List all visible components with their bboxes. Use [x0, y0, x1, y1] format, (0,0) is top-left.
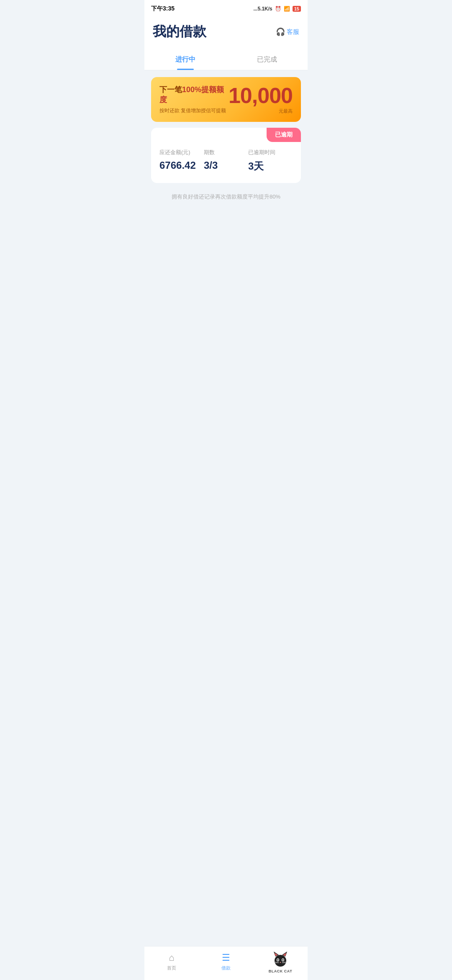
loan-card-header: 已逾期: [151, 128, 301, 142]
loan-overdue-value: 3天: [248, 160, 293, 173]
loan-period-item: 期数 3/3: [204, 149, 248, 173]
tab-ongoing[interactable]: 进行中: [144, 49, 226, 70]
service-label: 客服: [287, 28, 299, 36]
loan-card[interactable]: 已逾期 应还金额(元) 6766.42 期数 3/3 已逾期时间 3天: [151, 128, 301, 183]
main-content: 下一笔100%提额额度 按时还款 复借增加授信可提额 10,000 元最高 已逾…: [144, 70, 308, 216]
loan-amount-label: 应还金额(元): [159, 149, 204, 156]
promo-amount-value: 10,000: [229, 85, 293, 106]
signal-icon: 📶: [284, 6, 290, 12]
footer-tip: 拥有良好借还记录再次借款额度平均提升80%: [151, 189, 301, 209]
headset-icon: 🎧: [276, 27, 285, 36]
network-speed: ...5.1K/s: [253, 6, 272, 12]
loan-amount-value: 6766.42: [159, 160, 204, 171]
status-right: ...5.1K/s ⏰ 📶 15: [253, 6, 301, 12]
promo-subtitle: 按时还款 复借增加授信可提额: [159, 107, 229, 114]
promo-amount-block: 10,000 元最高: [229, 85, 293, 114]
promo-left: 下一笔100%提额额度 按时还款 复借增加授信可提额: [159, 85, 229, 114]
loan-period-label: 期数: [204, 149, 248, 156]
loan-amount-item: 应还金额(元) 6766.42: [159, 149, 204, 173]
overdue-badge: 已逾期: [267, 128, 301, 142]
battery-indicator: 15: [293, 6, 301, 12]
loan-overdue-item: 已逾期时间 3天: [248, 149, 293, 173]
status-time: 下午3:35: [151, 5, 175, 13]
promo-banner[interactable]: 下一笔100%提额额度 按时还款 复借增加授信可提额 10,000 元最高: [151, 77, 301, 122]
customer-service-button[interactable]: 🎧 客服: [276, 27, 299, 36]
loan-overdue-label: 已逾期时间: [248, 149, 293, 156]
tab-completed[interactable]: 已完成: [226, 49, 308, 70]
loan-period-value: 3/3: [204, 160, 248, 171]
header: 我的借款 🎧 客服: [144, 16, 308, 49]
alarm-icon: ⏰: [275, 6, 281, 12]
tabs: 进行中 已完成: [144, 49, 308, 70]
loan-card-body: 应还金额(元) 6766.42 期数 3/3 已逾期时间 3天: [151, 142, 301, 183]
status-bar: 下午3:35 ...5.1K/s ⏰ 📶 15: [144, 0, 308, 16]
promo-title: 下一笔100%提额额度: [159, 85, 229, 105]
page-title: 我的借款: [153, 23, 206, 41]
promo-unit: 元最高: [229, 108, 293, 114]
